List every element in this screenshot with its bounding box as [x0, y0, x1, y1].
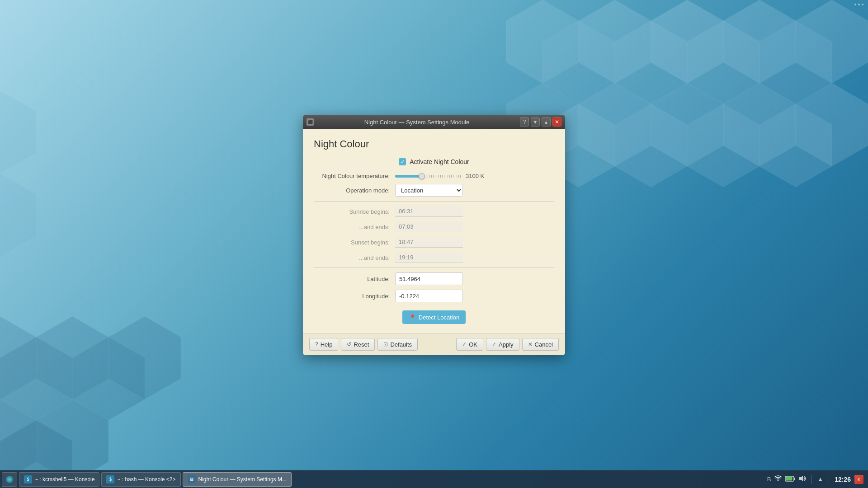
latitude-row: Latitude: — [314, 272, 554, 285]
apply-label: Apply — [499, 341, 514, 348]
reset-icon: ↺ — [347, 341, 351, 347]
close-titlebar-button[interactable]: ✕ — [552, 117, 561, 127]
sunrise-begins-value: 06:31 — [395, 206, 463, 217]
sunrise-begins-label: Sunrise begins: — [314, 208, 395, 215]
taskbar-nightcolour[interactable]: 🖥 Night Colour — System Settings M... — [183, 472, 292, 487]
sunset-begins-label: Sunset begins: — [314, 239, 395, 246]
defaults-icon: ⊡ — [383, 341, 388, 347]
ok-button[interactable]: ✓ OK — [456, 338, 483, 351]
detect-location-label: Detect Location — [419, 314, 459, 321]
tray-expand-icon[interactable]: ▲ — [817, 476, 823, 483]
app-launcher-button[interactable] — [2, 472, 17, 487]
sunset-begins-row: Sunset begins: 18:47 — [314, 237, 554, 248]
operation-mode-label: Operation mode: — [314, 187, 395, 194]
apply-button[interactable]: ✓ Apply — [486, 338, 519, 351]
sunrise-ends-value: 07:03 — [395, 221, 463, 232]
help-icon: ? — [315, 341, 318, 347]
taskbar: $ ~ : kcmshell5 — Konsole $ ~ : bash — K… — [0, 470, 868, 488]
checkbox-checkmark: ✓ — [401, 160, 405, 164]
ok-icon: ✓ — [462, 341, 467, 347]
activate-checkbox[interactable]: ✓ — [399, 158, 406, 165]
latitude-label: Latitude: — [314, 276, 395, 282]
sunset-ends-row: ...and ends: 19:19 — [314, 252, 554, 263]
status-indicator: K — [854, 475, 863, 484]
temperature-slider[interactable] — [395, 175, 462, 178]
dialog-content: Night Colour ✓ Activate Night Colour Nig… — [303, 129, 565, 333]
sunset-ends-value: 19:19 — [395, 252, 463, 263]
activate-checkbox-label[interactable]: Activate Night Colour — [410, 158, 469, 165]
maximize-titlebar-button[interactable]: ▴ — [542, 117, 551, 127]
taskbar-konsole1[interactable]: $ ~ : kcmshell5 — Konsole — [19, 472, 99, 487]
dialog-heading: Night Colour — [314, 138, 554, 150]
konsole1-icon: $ — [24, 475, 32, 483]
defaults-label: Defaults — [390, 341, 412, 348]
titlebar-app-icon: ⬛ — [307, 118, 314, 126]
detect-location-button[interactable]: 📍 Detect Location — [402, 310, 466, 324]
night-colour-dialog: ⬛ Night Colour — System Settings Module … — [303, 115, 565, 355]
battery-icon[interactable] — [785, 476, 795, 483]
titlebar-controls: ? ▾ ▴ ✕ — [520, 117, 561, 127]
sunrise-ends-row: ...and ends: 07:03 — [314, 221, 554, 232]
svg-rect-33 — [786, 477, 793, 480]
shade-titlebar-button[interactable]: ▾ — [531, 117, 540, 127]
location-pin-icon: 📍 — [409, 314, 416, 321]
footer-right-buttons: ✓ OK ✓ Apply ✕ Cancel — [456, 338, 559, 351]
temperature-label: Night Colour temperature: — [314, 173, 395, 179]
cancel-label: Cancel — [535, 341, 553, 348]
taskbar-right: B — [767, 475, 868, 484]
sunset-begins-value: 18:47 — [395, 237, 463, 248]
ok-label: OK — [469, 341, 477, 348]
dialog-footer: ? Help ↺ Reset ⊡ Defaults ✓ OK — [303, 333, 565, 355]
konsole2-icon: $ — [106, 475, 114, 483]
sunset-ends-label: ...and ends: — [314, 254, 395, 261]
sunrise-ends-label: ...and ends: — [314, 224, 395, 230]
help-titlebar-button[interactable]: ? — [520, 117, 529, 127]
titlebar: ⬛ Night Colour — System Settings Module … — [303, 115, 565, 129]
activate-checkbox-row: ✓ Activate Night Colour — [314, 158, 554, 165]
svg-rect-32 — [794, 478, 795, 480]
longitude-input[interactable] — [395, 290, 463, 302]
latitude-input[interactable] — [395, 272, 463, 285]
reset-button[interactable]: ↺ Reset — [341, 338, 375, 351]
temperature-row: Night Colour temperature: 3100 K — [314, 173, 554, 179]
nightcolour-icon: 🖥 — [188, 475, 196, 483]
volume-icon[interactable] — [799, 475, 806, 483]
cancel-icon: ✕ — [528, 341, 533, 347]
taskbar-clock: 12:26 — [835, 476, 851, 483]
bluetooth-icon[interactable]: B — [767, 476, 771, 483]
cancel-button[interactable]: ✕ Cancel — [522, 338, 559, 351]
operation-mode-row: Operation mode: Always on Location Times — [314, 184, 554, 197]
apply-icon: ✓ — [492, 341, 496, 347]
desktop: ⬛ Night Colour — System Settings Module … — [0, 0, 868, 488]
wifi-icon[interactable] — [774, 475, 782, 483]
help-label: Help — [321, 341, 333, 348]
svg-marker-34 — [799, 476, 803, 481]
nightcolour-label: Night Colour — System Settings M... — [198, 476, 287, 483]
taskbar-left: $ ~ : kcmshell5 — Konsole $ ~ : bash — K… — [0, 472, 292, 487]
sunrise-begins-row: Sunrise begins: 06:31 — [314, 206, 554, 217]
defaults-button[interactable]: ⊡ Defaults — [377, 338, 418, 351]
dialog-overlay: ⬛ Night Colour — System Settings Module … — [0, 0, 868, 488]
temperature-value: 3100 K — [466, 173, 484, 179]
reset-label: Reset — [354, 341, 369, 348]
longitude-label: Longitude: — [314, 293, 395, 300]
help-button[interactable]: ? Help — [309, 338, 338, 351]
longitude-row: Longitude: — [314, 290, 554, 302]
operation-mode-select[interactable]: Always on Location Times — [395, 184, 463, 197]
titlebar-title: Night Colour — System Settings Module — [316, 119, 517, 126]
konsole1-label: ~ : kcmshell5 — Konsole — [35, 476, 94, 483]
konsole2-label: ~ : bash — Konsole <2> — [117, 476, 175, 483]
taskbar-konsole2[interactable]: $ ~ : bash — Konsole <2> — [101, 472, 180, 487]
